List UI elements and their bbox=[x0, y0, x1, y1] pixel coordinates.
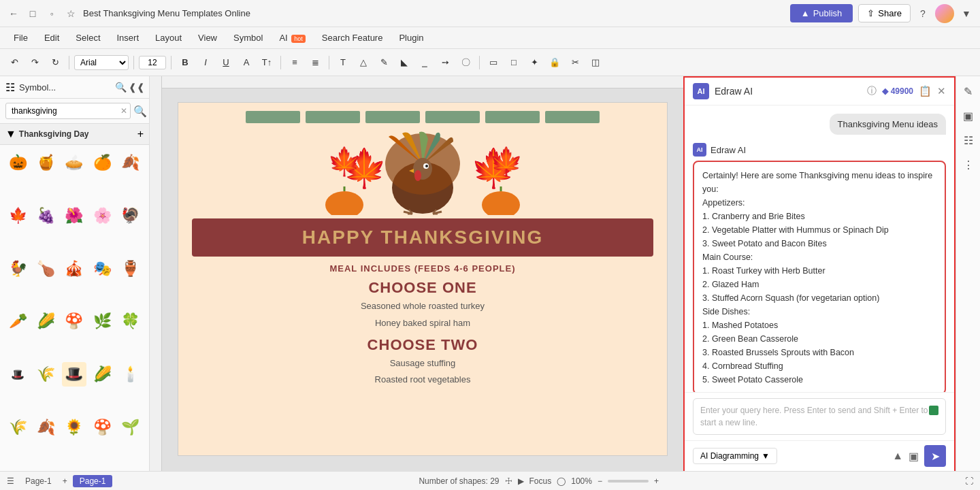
menu-search-feature[interactable]: Search Feature bbox=[315, 30, 390, 46]
list-item[interactable]: 🎪 bbox=[62, 257, 86, 281]
list-item[interactable]: 🌱 bbox=[118, 415, 143, 440]
menu-view[interactable]: View bbox=[191, 30, 224, 46]
list-item[interactable]: 🌽 bbox=[33, 309, 58, 333]
list-item[interactable]: 🌸 bbox=[90, 203, 114, 228]
list-item[interactable]: 🌽 bbox=[90, 362, 114, 387]
list-item[interactable]: 🐓 bbox=[5, 257, 30, 281]
chevron-down-icon[interactable]: ▼ bbox=[960, 7, 973, 20]
underline-button[interactable]: U bbox=[217, 54, 235, 71]
list-item[interactable]: 🌻 bbox=[62, 415, 86, 440]
bold-button[interactable]: B bbox=[176, 54, 194, 71]
clear-search-icon[interactable]: ✕ bbox=[120, 106, 127, 116]
font-family-select[interactable]: Arial bbox=[74, 55, 129, 70]
undo-button[interactable]: ↶ bbox=[5, 54, 23, 71]
zoom-out-icon[interactable]: − bbox=[598, 476, 602, 486]
ai-diagramming-button[interactable]: AI Diagramming ▼ bbox=[693, 448, 777, 464]
add-page-icon[interactable]: + bbox=[63, 476, 67, 486]
star-icon[interactable]: ☆ bbox=[64, 7, 78, 20]
redo-button[interactable]: ↷ bbox=[26, 54, 44, 71]
list-item[interactable]: 🍄 bbox=[62, 309, 86, 333]
list-item[interactable]: 🍁 bbox=[5, 203, 30, 228]
menu-select[interactable]: Select bbox=[69, 30, 107, 46]
lock-button[interactable]: 🔒 bbox=[546, 54, 564, 71]
search-icon[interactable]: 🔍 bbox=[114, 80, 127, 94]
list-item[interactable]: 🥕 bbox=[5, 309, 30, 333]
search-submit-icon[interactable]: 🔍 bbox=[133, 105, 147, 118]
list-item[interactable]: 🌾 bbox=[33, 362, 58, 387]
list-item[interactable]: 🎃 bbox=[5, 150, 30, 175]
menu-insert[interactable]: Insert bbox=[110, 30, 146, 46]
connector-button[interactable]: ◣ bbox=[395, 54, 413, 71]
list-item[interactable]: 🎭 bbox=[90, 257, 114, 281]
line-button[interactable]: ⎯ bbox=[416, 54, 434, 71]
avatar[interactable] bbox=[935, 4, 954, 23]
zoom-in-icon[interactable]: + bbox=[654, 476, 659, 486]
document-icon[interactable]: □ bbox=[26, 7, 39, 20]
align-center-button[interactable]: ≡ bbox=[286, 54, 304, 71]
font-size-input[interactable] bbox=[139, 56, 166, 69]
menu-plugin[interactable]: Plugin bbox=[392, 30, 430, 46]
list-item[interactable]: 🌿 bbox=[90, 309, 114, 333]
list-item[interactable]: 🍂 bbox=[33, 415, 58, 440]
shape-button[interactable]: ▭ bbox=[485, 54, 502, 71]
list-item[interactable]: 🎩 bbox=[62, 362, 86, 387]
collapse-icon[interactable]: ❰❰ bbox=[130, 80, 144, 94]
list-item[interactable]: 🦃 bbox=[118, 203, 143, 228]
list-item[interactable]: 🕯️ bbox=[118, 362, 143, 387]
ai-send-button[interactable]: ➤ bbox=[924, 445, 946, 467]
menu-symbol[interactable]: Symbol bbox=[227, 30, 270, 46]
shape2-button[interactable]: □ bbox=[505, 54, 523, 71]
list-item[interactable]: 🍗 bbox=[33, 257, 58, 281]
list-item[interactable]: 🎩 bbox=[5, 362, 30, 387]
list-item[interactable]: 🍄 bbox=[90, 415, 114, 440]
ai-input-box[interactable]: Enter your query here. Press Enter to se… bbox=[693, 398, 946, 435]
add-category-icon[interactable]: + bbox=[137, 128, 144, 140]
copy-icon[interactable]: 📋 bbox=[919, 85, 932, 97]
table-button[interactable]: ◫ bbox=[587, 54, 604, 71]
list-item[interactable]: 🏺 bbox=[118, 257, 143, 281]
cut-button[interactable]: ✂ bbox=[566, 54, 584, 71]
canvas-content[interactable]: 🍁 🍁 bbox=[162, 88, 683, 471]
layers-icon[interactable]: ☩ bbox=[505, 476, 512, 486]
tools-button[interactable]: ✦ bbox=[525, 54, 543, 71]
ai-footer-icon-1[interactable]: ▲ bbox=[892, 450, 903, 462]
page-label[interactable]: Page-1 bbox=[20, 475, 57, 487]
list-item[interactable]: 🍊 bbox=[90, 150, 114, 175]
italic-button[interactable]: I bbox=[197, 54, 214, 71]
sidebar-toggle-icon[interactable]: ☰ bbox=[7, 476, 14, 486]
eraser-button[interactable]: △ bbox=[355, 54, 372, 71]
share-button[interactable]: ⇧ Share bbox=[858, 4, 911, 22]
menu-edit[interactable]: Edit bbox=[37, 30, 66, 46]
right-icon-edit[interactable]: ✎ bbox=[959, 82, 978, 101]
more-lines-button[interactable]: 〇 bbox=[457, 54, 474, 71]
zoom-slider[interactable] bbox=[608, 480, 649, 483]
ai-footer-icon-2[interactable]: ▣ bbox=[909, 450, 919, 463]
menu-layout[interactable]: Layout bbox=[148, 30, 189, 46]
pen-button[interactable]: ✎ bbox=[375, 54, 393, 71]
font-color-button[interactable]: A bbox=[238, 54, 255, 71]
list-item[interactable]: 🍇 bbox=[33, 203, 58, 228]
text-button[interactable]: T bbox=[334, 54, 352, 71]
page-tab-active[interactable]: Page-1 bbox=[73, 475, 113, 487]
font-size-up-button[interactable]: T↑ bbox=[258, 54, 276, 71]
right-icon-more[interactable]: ⋮ bbox=[959, 155, 978, 174]
list-item[interactable]: 🍀 bbox=[118, 309, 143, 333]
list-item[interactable]: 🍯 bbox=[33, 150, 58, 175]
external-link-icon[interactable]: ◦ bbox=[45, 7, 59, 20]
history-button[interactable]: ↻ bbox=[46, 54, 64, 71]
close-icon[interactable]: ✕ bbox=[937, 85, 946, 97]
right-icon-grid[interactable]: ☷ bbox=[959, 131, 978, 150]
menu-ai[interactable]: AI hot bbox=[272, 30, 312, 46]
help-circle-icon[interactable]: ⓘ bbox=[867, 85, 877, 97]
publish-button[interactable]: ▲ Publish bbox=[790, 4, 853, 22]
search-input[interactable] bbox=[5, 103, 131, 119]
arrow-button[interactable]: ➙ bbox=[436, 54, 454, 71]
fullscreen-icon[interactable]: ⛶ bbox=[965, 476, 973, 486]
list-item[interactable]: 🍂 bbox=[118, 150, 143, 175]
category-header[interactable]: ▼ Thanksgiving Day + bbox=[0, 124, 149, 145]
menu-file[interactable]: File bbox=[7, 30, 35, 46]
list-item[interactable]: 🌾 bbox=[5, 415, 30, 440]
align-button-2[interactable]: ≣ bbox=[306, 54, 324, 71]
focus-icon[interactable]: ▶ bbox=[518, 476, 524, 486]
list-item[interactable]: 🌺 bbox=[62, 203, 86, 228]
